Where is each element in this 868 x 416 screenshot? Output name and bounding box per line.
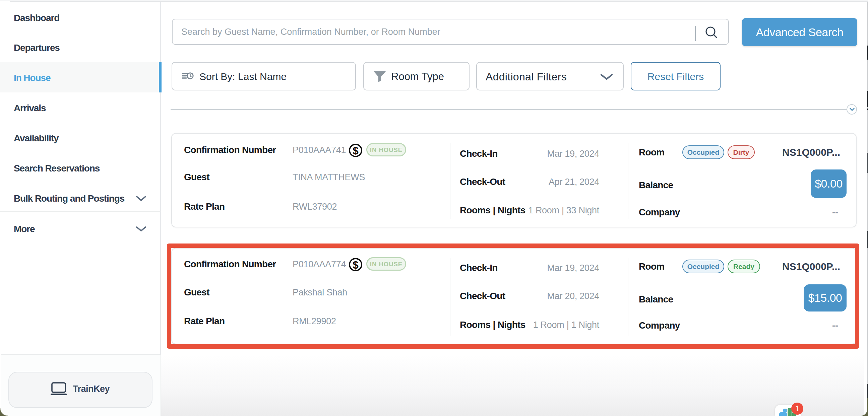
svg-text:$: $: [352, 145, 358, 157]
